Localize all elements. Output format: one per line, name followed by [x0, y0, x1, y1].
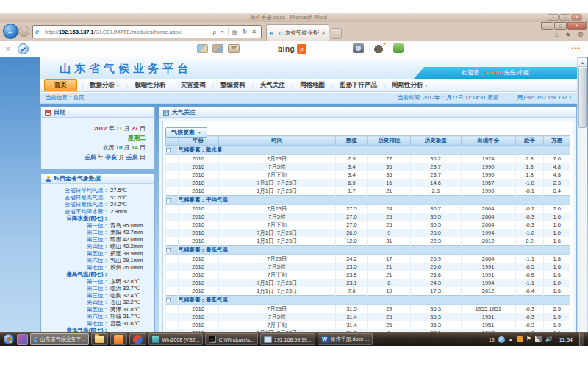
back-button[interactable]: ←: [3, 24, 18, 39]
home-icon[interactable]: ⌂: [554, 31, 558, 38]
maximize-icon[interactable]: ▢: [559, 14, 570, 21]
column-header[interactable]: 数值: [336, 136, 368, 146]
tray-expand-icon[interactable]: ▲: [509, 337, 513, 342]
bing-search-icon[interactable]: ρ: [297, 44, 306, 54]
climate-element-button[interactable]: 气候要素 ▼: [165, 127, 207, 138]
taskbar-explorer-button[interactable]: [91, 333, 108, 345]
taskbar-ie-button[interactable]: e 山东省气候业务平...: [30, 333, 89, 345]
nav-item-6[interactable]: 网格地图: [293, 81, 331, 90]
action-center-flag-icon[interactable]: ⚑: [526, 336, 531, 342]
word-icon: W: [321, 336, 329, 343]
new-tab-button[interactable]: [331, 28, 342, 39]
table-row[interactable]: 20101月1日~7月23日12.03122.320120.21.6: [166, 237, 570, 246]
table-row[interactable]: 20107月5候31.42535.31951-0.31.9: [166, 313, 570, 321]
table-row[interactable]: 20107月1日~7月23日23.1824.31994-1.11.0: [166, 279, 570, 287]
minimize-icon[interactable]: ─: [548, 14, 559, 21]
camera-icon[interactable]: [353, 43, 364, 53]
toolbar-close-icon[interactable]: ✕: [5, 46, 10, 52]
group-checkbox[interactable]: [166, 298, 171, 302]
weather-panel-body: 气候要素 ▼ 年份时间数值: [159, 118, 576, 344]
nav-item-4[interactable]: 整编资料: [214, 81, 252, 90]
taskbar-media-button[interactable]: [110, 333, 127, 345]
minimize-icon[interactable]: ─: [541, 22, 553, 30]
group-checkbox[interactable]: [166, 248, 171, 252]
column-header[interactable]: 距平: [515, 136, 544, 146]
table-row[interactable]: 20101月1日~7月23日1.7212.81990-0.10.4: [166, 187, 570, 196]
ie-icon: e: [34, 336, 38, 343]
browser-tab[interactable]: e 山东省气候业务平... ✕: [266, 24, 329, 41]
photo-card-icon[interactable]: [212, 44, 223, 53]
compatibility-icon[interactable]: ▤: [230, 29, 240, 35]
table-row[interactable]: 20107月23日31.52936.31955,1951-0.32.5: [166, 305, 570, 314]
group-checkbox[interactable]: [166, 148, 171, 152]
taskbar-word-button[interactable]: W 操作手册.docx ...: [318, 333, 373, 345]
maximize-icon[interactable]: ▢: [554, 22, 567, 30]
addon-puzzle-icon[interactable]: [393, 43, 404, 53]
chevron-down-icon: ▼: [116, 83, 120, 88]
nav-item-3[interactable]: 灾害查询: [174, 81, 212, 90]
photo-card-icon[interactable]: [197, 44, 208, 53]
column-header[interactable]: 历史排位: [368, 136, 411, 146]
settings-gear-icon[interactable]: ⚙: [578, 31, 584, 38]
group-header-row: 气候要素：降水量: [166, 146, 570, 155]
network-icon[interactable]: [535, 336, 542, 342]
column-header[interactable]: 出现年份: [461, 136, 515, 146]
taskbar-cmd-button[interactable]: >_ C:\Windows\s...: [205, 333, 258, 345]
address-bar[interactable]: e http://192.168.137.1/GLCCLIMATE/module…: [32, 25, 262, 38]
close-icon[interactable]: ✕: [567, 22, 587, 30]
calendar-panel-title: 日期: [54, 108, 65, 116]
paw-icon[interactable]: [373, 43, 384, 53]
group-checkbox[interactable]: [166, 198, 171, 202]
table-row[interactable]: 20107月下旬31.42535.31951-0.31.9: [166, 321, 570, 329]
nav-item-1[interactable]: 数据分析▼: [83, 81, 126, 90]
nav-item-0[interactable]: 首页: [44, 79, 77, 91]
table-row[interactable]: 20107月1日~7月23日6.91614.61957-1.02.3: [166, 179, 570, 187]
table-row[interactable]: 20107月23日24.21726.92004-1.11.8: [166, 255, 570, 263]
scrollbar-thumb[interactable]: [578, 68, 587, 128]
nav-item-2[interactable]: 极端性分析: [128, 81, 173, 90]
pinned-app-icon[interactable]: [17, 334, 28, 345]
table-row[interactable]: 20107月5候27.02530.52004-0.31.6: [166, 213, 570, 221]
taskbar-vm-button[interactable]: Win2008 (VS2...: [148, 333, 203, 345]
close-icon[interactable]: ✕: [571, 14, 582, 21]
list-item: 日降水量(前七)：: [41, 215, 153, 222]
table-row[interactable]: 20107月1日~7月23日26.9928.01994-1.01.0: [166, 229, 570, 237]
favorites-star-icon[interactable]: ★: [565, 31, 571, 38]
tab-close-icon[interactable]: ✕: [321, 30, 326, 36]
toolbar-logo-icon[interactable]: [18, 43, 29, 54]
refresh-icon[interactable]: ↻: [240, 29, 250, 35]
table-row[interactable]: 20107月5候3.43523.719901.84.8: [166, 163, 570, 171]
forward-button[interactable]: →: [18, 26, 29, 37]
scroll-up-icon[interactable]: ▲: [578, 57, 587, 67]
show-desktop-button[interactable]: [579, 333, 584, 347]
mail-icon[interactable]: [228, 44, 240, 53]
table-row[interactable]: 20107月下旬23.52126.61991-0.51.6: [166, 271, 570, 279]
speaker-icon[interactable]: 🔊: [545, 336, 553, 342]
url-text[interactable]: http://192.168.137.1/GLCCLIMATE/modules/…: [45, 29, 211, 35]
table-row[interactable]: 20107月23日2.92736.219742.87.6: [166, 155, 570, 163]
orange-app-icon: [114, 335, 123, 344]
column-header[interactable]: 时间: [218, 136, 336, 146]
page-scrollbar[interactable]: ▲ ▼: [577, 57, 587, 346]
taskbar-player-button[interactable]: [129, 333, 146, 345]
table-row[interactable]: 20101月1日~7月23日7.61917.32012-0.41.6: [166, 287, 570, 296]
column-header[interactable]: 历史极值: [410, 136, 461, 146]
table-row[interactable]: 20107月下旬3.43523.719901.84.8: [166, 171, 570, 179]
nav-item-8[interactable]: 周期性分析▼: [385, 81, 434, 90]
chevron-down-icon[interactable]: ▼: [218, 29, 226, 34]
tray-orange-icon[interactable]: [517, 336, 523, 342]
table-row[interactable]: 20107月下旬27.02530.52004-0.31.6: [166, 221, 570, 229]
more-options-icon[interactable]: •••: [572, 45, 581, 52]
list-item: 第三位：即墨 42.0mm: [41, 236, 153, 244]
stop-icon[interactable]: ✕: [249, 29, 259, 35]
start-button[interactable]: [3, 333, 15, 345]
globe-icon[interactable]: [498, 336, 505, 343]
nav-item-7[interactable]: 图形下行产品: [333, 81, 384, 90]
taskbar-remote-button[interactable]: 192.168.59.99...: [260, 333, 315, 345]
table-row[interactable]: 20107月5候23.52126.61991-0.51.6: [166, 263, 570, 271]
column-header[interactable]: 方差: [544, 136, 570, 146]
search-icon[interactable]: ρ: [211, 29, 219, 35]
nav-item-5[interactable]: 天气关注: [254, 81, 292, 90]
table-row[interactable]: 20107月23日27.52430.72004-0.72.0: [166, 205, 570, 213]
bing-search-widget[interactable]: bing ρ: [278, 44, 306, 54]
